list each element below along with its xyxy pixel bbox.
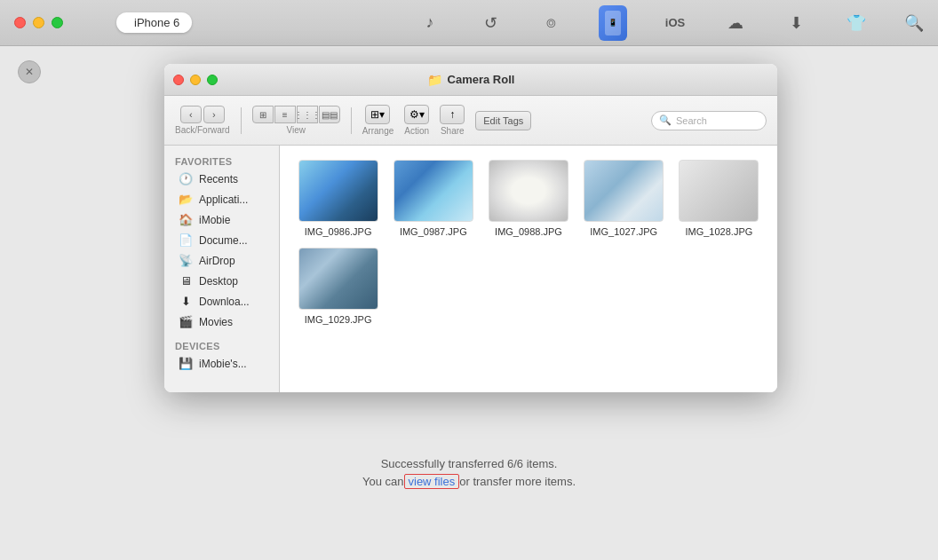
- file-item-1028[interactable]: IMG_1028.JPG: [675, 160, 763, 237]
- devices-section-label: Devices: [164, 337, 279, 353]
- sidebar-item-imobie[interactable]: 🏠 iMobie: [168, 209, 275, 230]
- view-column-btn[interactable]: ⋮⋮⋮: [297, 106, 318, 123]
- status-suffix: or transfer more items.: [459, 475, 576, 488]
- view-label: View: [286, 125, 306, 135]
- sidebar-item-airdrop-label: AirDrop: [199, 255, 235, 267]
- minimize-traffic-light[interactable]: [33, 17, 44, 28]
- action-label: Action: [404, 126, 429, 136]
- wifi-icon[interactable]: ⌾: [538, 11, 563, 35]
- sidebar-item-recents-label: Recents: [199, 173, 238, 185]
- search-field[interactable]: 🔍 Search: [651, 111, 767, 130]
- file-name-1029: IMG_1029.JPG: [305, 314, 372, 325]
- edit-tags-button[interactable]: Edit Tags: [475, 111, 531, 130]
- arrange-button[interactable]: ⊞▾: [365, 105, 390, 124]
- file-item-0986[interactable]: IMG_0986.JPG: [294, 160, 382, 237]
- music-note-icon[interactable]: ♪: [417, 11, 442, 35]
- sidebar-item-movies[interactable]: 🎬 Movies: [168, 312, 275, 332]
- search-field-icon: 🔍: [659, 114, 672, 126]
- toolbar-separator-2: [351, 107, 352, 134]
- finder-files-area: IMG_0986.JPG IMG_0987.JPG IMG_0988.JPG I…: [280, 146, 777, 392]
- history-icon[interactable]: ↺: [478, 11, 503, 35]
- applications-icon: 📂: [179, 193, 193, 206]
- finder-title-text: Camera Roll: [448, 73, 515, 86]
- view-icon-btn[interactable]: ⊞: [252, 106, 274, 123]
- finder-body: Favorites 🕐 Recents 📂 Applicati... 🏠 iMo…: [164, 146, 777, 392]
- finder-sidebar: Favorites 🕐 Recents 📂 Applicati... 🏠 iMo…: [164, 146, 280, 392]
- finder-maximize-button[interactable]: [207, 75, 218, 85]
- files-grid: IMG_0986.JPG IMG_0987.JPG IMG_0988.JPG I…: [294, 160, 763, 325]
- toolbar-separator-1: [241, 107, 242, 134]
- sidebar-item-imobie-device[interactable]: 💾 iMobie's...: [168, 353, 275, 374]
- sidebar-item-documents-label: Docume...: [199, 234, 248, 247]
- sidebar-item-device-label: iMobie's...: [199, 358, 247, 370]
- close-x-icon: ✕: [25, 66, 34, 78]
- cloud-icon[interactable]: ☁: [723, 11, 748, 35]
- file-thumb-1029: [298, 248, 378, 310]
- file-item-1029[interactable]: IMG_1029.JPG: [294, 248, 382, 325]
- file-thumb-1028: [679, 160, 759, 222]
- file-thumb-0988: [489, 160, 568, 222]
- sidebar-item-recents[interactable]: 🕐 Recents: [168, 169, 275, 189]
- view-files-link[interactable]: view files: [404, 474, 460, 489]
- sidebar-item-documents[interactable]: 📄 Docume...: [168, 230, 275, 250]
- file-thumb-1027: [584, 160, 664, 222]
- back-button[interactable]: ‹: [180, 106, 202, 123]
- view-cover-btn[interactable]: ▤▤: [319, 106, 340, 123]
- recents-icon: 🕐: [179, 172, 193, 185]
- sidebar-item-downloads-label: Downloa...: [199, 296, 250, 308]
- finder-title: 📁 Camera Roll: [427, 73, 515, 87]
- phone-device-icon[interactable]: 📱: [599, 5, 627, 41]
- downloads-icon: ⬇: [179, 295, 193, 308]
- action-group: ⚙▾ Action: [404, 105, 429, 136]
- file-item-0988[interactable]: IMG_0988.JPG: [484, 160, 572, 237]
- airdrop-icon: 📡: [179, 254, 193, 267]
- status-line1: Successfully transferred 6/6 items.: [0, 457, 938, 470]
- file-name-0988: IMG_0988.JPG: [495, 226, 562, 237]
- file-name-0987: IMG_0987.JPG: [400, 226, 467, 237]
- sidebar-item-downloads[interactable]: ⬇ Downloa...: [168, 291, 275, 312]
- edit-tags-group: Edit Tags: [475, 111, 531, 130]
- view-group: ⊞ ≡ ⋮⋮⋮ ▤▤ View: [252, 106, 340, 135]
- file-item-1027[interactable]: IMG_1027.JPG: [580, 160, 668, 237]
- file-thumb-0987: [393, 160, 473, 222]
- search-top-icon[interactable]: 🔍: [904, 13, 924, 33]
- favorites-section-label: Favorites: [164, 153, 279, 169]
- top-icons-group: ♪ ↺ ⌾ 📱 iOS ☁ ⬇ 👕: [417, 5, 869, 41]
- sidebar-item-applications-label: Applicati...: [199, 193, 248, 206]
- documents-icon: 📄: [179, 233, 193, 247]
- download-icon[interactable]: ⬇: [783, 11, 808, 35]
- close-traffic-light[interactable]: [14, 17, 26, 28]
- finder-toolbar: ‹ › Back/Forward ⊞ ≡ ⋮⋮⋮ ▤▤ View ⊞▾ Arra…: [164, 96, 777, 146]
- device-pill[interactable]: iPhone 6: [116, 12, 192, 33]
- finder-close-button[interactable]: [173, 75, 184, 85]
- sidebar-item-applications[interactable]: 📂 Applicati...: [168, 189, 275, 209]
- ios-label-icon[interactable]: iOS: [663, 11, 688, 35]
- desktop-icon: 🖥: [179, 274, 193, 288]
- sidebar-item-desktop[interactable]: 🖥 Desktop: [168, 271, 275, 291]
- forward-button[interactable]: ›: [203, 106, 225, 123]
- arrange-label: Arrange: [362, 126, 394, 136]
- top-bar: iPhone 6 ♪ ↺ ⌾ 📱 iOS ☁ ⬇ 👕 🔍: [0, 0, 938, 46]
- finder-minimize-button[interactable]: [190, 75, 201, 85]
- arrange-group: ⊞▾ Arrange: [362, 105, 394, 136]
- sidebar-item-movies-label: Movies: [199, 316, 233, 328]
- close-button[interactable]: ✕: [18, 60, 41, 83]
- sidebar-item-desktop-label: Desktop: [199, 275, 238, 288]
- action-button[interactable]: ⚙▾: [404, 105, 429, 124]
- maximize-traffic-light[interactable]: [52, 17, 63, 28]
- file-thumb-0986: [298, 160, 378, 222]
- backforward-label: Back/Forward: [175, 125, 230, 135]
- finder-traffic-lights: [173, 75, 218, 85]
- share-group: ↑ Share: [440, 105, 465, 136]
- status-line2: You can view files or transfer more item…: [0, 474, 938, 489]
- view-list-btn[interactable]: ≡: [274, 106, 296, 123]
- file-item-0987[interactable]: IMG_0987.JPG: [389, 160, 477, 237]
- sidebar-item-airdrop[interactable]: 📡 AirDrop: [168, 250, 275, 271]
- folder-icon: 📁: [427, 73, 442, 87]
- file-name-1028: IMG_1028.JPG: [685, 226, 752, 237]
- file-name-1027: IMG_1027.JPG: [590, 226, 657, 237]
- share-button[interactable]: ↑: [440, 105, 465, 124]
- tshirt-icon[interactable]: 👕: [844, 11, 869, 35]
- file-name-0986: IMG_0986.JPG: [305, 226, 372, 237]
- finder-window: 📁 Camera Roll ‹ › Back/Forward ⊞ ≡ ⋮⋮⋮ ▤…: [164, 64, 777, 392]
